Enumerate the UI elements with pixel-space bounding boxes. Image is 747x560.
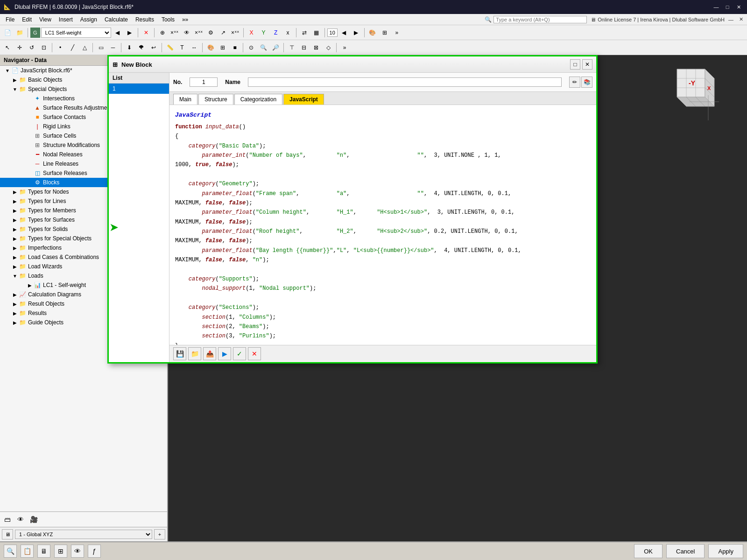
tb-new-btn[interactable]: 📄 — [2, 27, 13, 38]
bottom-view-btn[interactable]: 🖥 — [37, 545, 50, 558]
nav-data-btn[interactable]: 🗃 — [2, 514, 13, 525]
tb-arrow-btn[interactable]: ↗ — [218, 27, 229, 38]
tb2-view-top-btn[interactable]: ⊤ — [286, 42, 297, 53]
bottom-search-btn[interactable]: 🔍 — [4, 545, 17, 558]
tb2-section-btn[interactable]: ▭ — [95, 42, 106, 53]
dialog-save-file-btn[interactable]: 💾 — [173, 347, 186, 360]
bottom-table-btn[interactable]: 📋 — [21, 545, 34, 558]
tb-prev-lc-btn[interactable]: ◀ — [112, 27, 123, 38]
tb2-wire-btn[interactable]: ⊞ — [217, 42, 228, 53]
menu-item-view[interactable]: View — [35, 15, 55, 24]
tb-grid-btn[interactable]: ⊞ — [379, 27, 390, 38]
minimize-button[interactable]: — — [712, 2, 721, 12]
menu-item-edit[interactable]: Edit — [18, 15, 35, 24]
tb-xxx-btn[interactable]: ×ˣˣ — [169, 27, 180, 38]
license-minimize-btn[interactable]: — — [726, 17, 735, 22]
menu-item-results[interactable]: Results — [132, 15, 158, 24]
tb-xxx2-btn[interactable]: ×ˣˣ — [193, 27, 204, 38]
dialog-browse-btn[interactable]: 📚 — [581, 77, 592, 88]
menu-item-file[interactable]: File — [2, 15, 18, 24]
view-dropdown[interactable]: 1 - Global XYZ — [15, 530, 152, 539]
tb2-view-iso-btn[interactable]: ◇ — [323, 42, 334, 53]
tb2-rotate-btn[interactable]: ↺ — [26, 42, 37, 53]
tb-size-up-btn[interactable]: ▶ — [351, 27, 362, 38]
tb-transform-btn[interactable]: ⇄ — [299, 27, 310, 38]
maximize-button[interactable]: □ — [723, 2, 732, 12]
tb2-text-btn[interactable]: T — [176, 42, 188, 53]
tb2-poly-btn[interactable]: △ — [79, 42, 90, 53]
dialog-delete-file-btn[interactable]: ✕ — [248, 347, 261, 360]
tb-axis-y-btn[interactable]: Y — [258, 27, 269, 38]
tb2-wind-btn[interactable]: 🌪 — [136, 42, 147, 53]
tb2-move-btn[interactable]: ✛ — [14, 42, 25, 53]
tb-delete-btn[interactable]: ✕ — [141, 27, 152, 38]
dialog-no-input[interactable] — [190, 77, 218, 87]
tb2-view-side-btn[interactable]: ⊠ — [310, 42, 322, 53]
tb-axis-x2-btn[interactable]: x — [282, 27, 294, 38]
tb2-zoom-in-btn[interactable]: 🔍 — [258, 42, 269, 53]
tb-eye-btn[interactable]: 👁 — [181, 27, 192, 38]
orientation-cube[interactable]: -Y X — [663, 64, 719, 120]
tb2-moment-btn[interactable]: ↩ — [148, 42, 159, 53]
view-add-btn[interactable]: + — [154, 529, 165, 539]
tb2-more-btn[interactable]: » — [339, 42, 350, 53]
bottom-filter-btn[interactable]: ⊞ — [54, 545, 67, 558]
menu-item-calculate[interactable]: Calculate — [101, 15, 132, 24]
tb2-load-btn[interactable]: ⬇ — [124, 42, 135, 53]
dialog-open-file-btn[interactable]: 📁 — [188, 347, 201, 360]
dialog-close-btn[interactable]: ✕ — [582, 59, 592, 70]
tb2-solid-btn[interactable]: ■ — [229, 42, 240, 53]
apply-button[interactable]: Apply — [708, 544, 743, 558]
tb2-scale-btn[interactable]: ⊡ — [38, 42, 49, 53]
menu-item-insert[interactable]: Insert — [55, 15, 77, 24]
tb2-view-front-btn[interactable]: ⊟ — [298, 42, 310, 53]
tb2-line-btn[interactable]: ╱ — [67, 42, 78, 53]
rigid-links-icon: | — [34, 123, 41, 130]
nav-view-btn[interactable]: 🎥 — [28, 514, 39, 525]
tb2-zoom-all-btn[interactable]: ⊙ — [246, 42, 257, 53]
tb-next-lc-btn[interactable]: ▶ — [124, 27, 135, 38]
tb2-dim-btn[interactable]: ↔ — [189, 42, 200, 53]
tab-categorization[interactable]: Categorization — [234, 94, 282, 105]
tb2-member-btn[interactable]: ─ — [107, 42, 119, 53]
menu-item-assign[interactable]: Assign — [77, 15, 101, 24]
tb-xxx3-btn[interactable]: ×ˣˣ — [230, 27, 241, 38]
lc-dropdown[interactable]: LC1 Self-weight — [41, 28, 111, 38]
ok-button[interactable]: OK — [634, 544, 662, 558]
tab-javascript[interactable]: JavaScript — [283, 94, 324, 105]
code-editor[interactable]: JavaScript function input_data() { categ… — [169, 105, 596, 345]
bottom-calc-btn[interactable]: ƒ — [88, 545, 101, 558]
bottom-eye-btn[interactable]: 👁 — [71, 545, 84, 558]
menu-item-tools[interactable]: Tools — [158, 15, 178, 24]
tb-node-btn[interactable]: ⊕ — [157, 27, 168, 38]
license-close-btn[interactable]: ✕ — [737, 16, 745, 22]
nav-display-btn[interactable]: 👁 — [15, 514, 26, 525]
dialog-maximize-btn[interactable]: □ — [570, 59, 580, 70]
tb-color-btn[interactable]: 🎨 — [367, 27, 378, 38]
dialog-run-btn[interactable]: ▶ — [218, 347, 231, 360]
view-icon-btn[interactable]: 🖥 — [2, 529, 13, 539]
tb2-cursor-btn[interactable]: ↖ — [2, 42, 13, 53]
tb-more2-btn[interactable]: » — [391, 27, 402, 38]
cancel-button[interactable]: Cancel — [666, 544, 705, 558]
tab-main[interactable]: Main — [173, 94, 197, 105]
tb-select-btn[interactable]: ▦ — [311, 27, 322, 38]
tb-settings-btn[interactable]: ⚙ — [205, 27, 217, 38]
tb2-render-btn[interactable]: 🎨 — [205, 42, 216, 53]
tb2-node-btn[interactable]: • — [55, 42, 66, 53]
tb-open-btn[interactable]: 📁 — [14, 27, 25, 38]
tb-axis-z-btn[interactable]: Z — [270, 27, 282, 38]
tb-size-down-btn[interactable]: ◀ — [338, 27, 350, 38]
menu-more[interactable]: »» — [178, 15, 192, 24]
close-button[interactable]: ✕ — [734, 2, 743, 12]
dialog-list-item-1[interactable]: 1 — [109, 84, 169, 94]
search-input[interactable] — [493, 16, 587, 23]
tb2-measure-btn[interactable]: 📏 — [164, 42, 176, 53]
dialog-name-input[interactable] — [248, 77, 562, 87]
dialog-edit-btn[interactable]: ✏ — [569, 77, 580, 88]
dialog-check-btn[interactable]: ✓ — [233, 347, 246, 360]
tb-axis-x-btn[interactable]: X — [246, 27, 257, 38]
dialog-export-btn[interactable]: 📤 — [203, 347, 216, 360]
tab-structure[interactable]: Structure — [198, 94, 233, 105]
tb2-zoom-out-btn[interactable]: 🔎 — [270, 42, 281, 53]
